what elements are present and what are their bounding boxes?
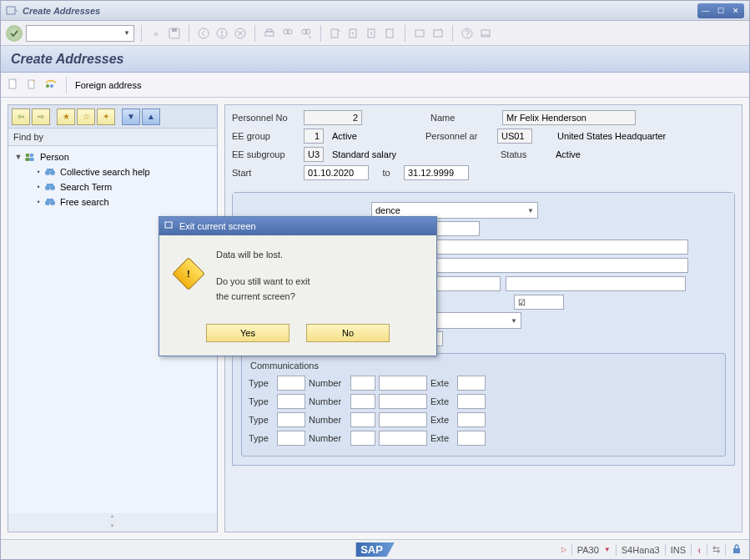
back-icon[interactable] [196, 26, 211, 41]
tree-item-search-term[interactable]: •Search Term [33, 179, 212, 194]
comm-exte-field[interactable] [457, 394, 486, 409]
minimize-button[interactable]: — [699, 5, 712, 17]
comm-row: Type Number Exte [249, 392, 718, 411]
status-lock-icon[interactable] [731, 543, 742, 557]
ee-subgroup-field [304, 147, 324, 162]
last-page-icon[interactable] [383, 26, 398, 41]
name-label: Name [430, 113, 497, 123]
layout-icon[interactable] [478, 26, 493, 41]
comm-num-prefix[interactable] [350, 394, 375, 409]
find-next-icon[interactable] [299, 26, 314, 41]
command-field[interactable]: ▼ [26, 25, 134, 42]
comm-row: Type Number Exte [249, 429, 718, 447]
foreign-address-button[interactable]: Foreign address [75, 80, 142, 90]
status-signal-icon[interactable]: ⫞ [697, 545, 702, 555]
personnel-no-field[interactable] [304, 110, 362, 125]
sap-logo: SAP [355, 542, 395, 557]
find-icon[interactable] [280, 26, 295, 41]
yes-button[interactable]: Yes [206, 324, 289, 342]
svg-rect-2 [172, 28, 177, 32]
svg-point-27 [30, 154, 34, 158]
svg-point-9 [287, 29, 292, 34]
main-toolbar: ▼ « ? [1, 21, 749, 46]
ee-subgroup-text: Standard salary [329, 149, 420, 159]
binoculars-icon [43, 196, 57, 208]
ee-group-label: EE group [232, 131, 299, 141]
checkbox-field[interactable]: ☑ [514, 295, 564, 310]
shortcut-icon[interactable] [430, 26, 445, 41]
nav-right-button[interactable]: ⇨ [32, 108, 50, 125]
status-mode[interactable]: INS [671, 545, 686, 555]
comm-exte-field[interactable] [457, 431, 486, 446]
dialog-menu-icon[interactable] [164, 220, 174, 232]
dialog-message: Data will be lost. Do you still want to … [216, 247, 421, 304]
comm-num-field[interactable] [379, 394, 427, 409]
status-tcode[interactable]: PA30 [577, 545, 599, 555]
first-page-icon[interactable] [328, 26, 343, 41]
comm-type-field[interactable] [277, 431, 305, 446]
dialog-line2: Do you still want to exit [216, 274, 421, 289]
comm-num-prefix[interactable] [350, 412, 375, 427]
fav-button[interactable]: ☆ [77, 108, 95, 125]
status-menu-icon[interactable]: ▷ [561, 546, 566, 553]
tree-item-free-search[interactable]: •Free search [33, 194, 212, 209]
horizontal-splitter[interactable]: ▲····▼ [8, 513, 217, 522]
comm-type-field[interactable] [277, 376, 305, 391]
no-button[interactable]: No [306, 324, 390, 342]
nav-left-button[interactable]: ⇦ [12, 108, 30, 125]
fav-list-button[interactable]: ✦ [97, 108, 115, 125]
dialog-line3: the current screen? [216, 289, 421, 304]
comm-type-field[interactable] [277, 412, 305, 427]
next-page-icon[interactable] [365, 26, 380, 41]
status-script-icon[interactable]: ⇆ [712, 544, 720, 555]
app-menu-icon[interactable] [6, 5, 18, 17]
doc-copy-icon[interactable] [26, 78, 39, 92]
comm-num-field[interactable] [379, 376, 427, 391]
start-label: Start [232, 168, 299, 178]
tree-root-person[interactable]: ▼ Person [13, 149, 212, 164]
find-by-label: Find by [8, 129, 217, 146]
tree-item-label: Search Term [60, 182, 112, 192]
titlebar: Create Addresses — ☐ ✕ [1, 1, 749, 21]
collapse-button[interactable]: ▲ [142, 108, 160, 125]
ee-group-text: Active [329, 131, 420, 141]
expand-button[interactable]: ▼ [122, 108, 140, 125]
doc-new-icon[interactable] [8, 78, 21, 92]
maximize-button[interactable]: ☐ [714, 5, 727, 17]
status-system[interactable]: S4Hana3 [622, 545, 660, 555]
close-button[interactable]: ✕ [729, 5, 742, 17]
svg-point-24 [46, 84, 49, 88]
field-4b[interactable] [506, 276, 686, 291]
end-date-field[interactable] [404, 165, 469, 180]
comm-type-field[interactable] [277, 394, 305, 409]
start-date-field[interactable] [304, 165, 369, 180]
comm-num-prefix[interactable] [350, 431, 375, 446]
dropdown-icon[interactable]: ▼ [604, 546, 611, 553]
enter-button[interactable] [6, 25, 23, 42]
comm-num-field[interactable] [379, 431, 427, 446]
to-label: to [374, 168, 399, 178]
cancel-icon[interactable] [233, 26, 248, 41]
nav-toolbar: ⇦ ⇨ ★ ☆ ✦ ▼ ▲ [8, 105, 217, 129]
window-controls: — ☐ ✕ [697, 3, 744, 18]
new-session-icon[interactable] [412, 26, 427, 41]
comm-exte-field[interactable] [457, 376, 486, 391]
tree-item-collective[interactable]: •Collective search help [33, 164, 212, 179]
comm-exte-field[interactable] [457, 412, 486, 427]
save-icon[interactable] [167, 26, 182, 41]
fav-add-button[interactable]: ★ [57, 108, 75, 125]
comm-num-prefix[interactable] [350, 376, 375, 391]
comm-row: Type Number Exte [249, 411, 718, 429]
svg-rect-0 [7, 7, 15, 14]
comm-num-field[interactable] [379, 412, 427, 427]
chevron-down-icon: ▼ [527, 207, 534, 214]
subheader: Create Addresses [1, 46, 749, 73]
dialog-buttons: Yes No [159, 315, 436, 356]
print-icon[interactable] [262, 26, 277, 41]
help-icon[interactable]: ? [460, 26, 475, 41]
svg-rect-16 [415, 30, 424, 37]
exit-icon[interactable] [214, 26, 229, 41]
nav-back-icon[interactable]: « [148, 26, 164, 41]
prev-page-icon[interactable] [346, 26, 361, 41]
org-icon[interactable] [44, 78, 58, 92]
